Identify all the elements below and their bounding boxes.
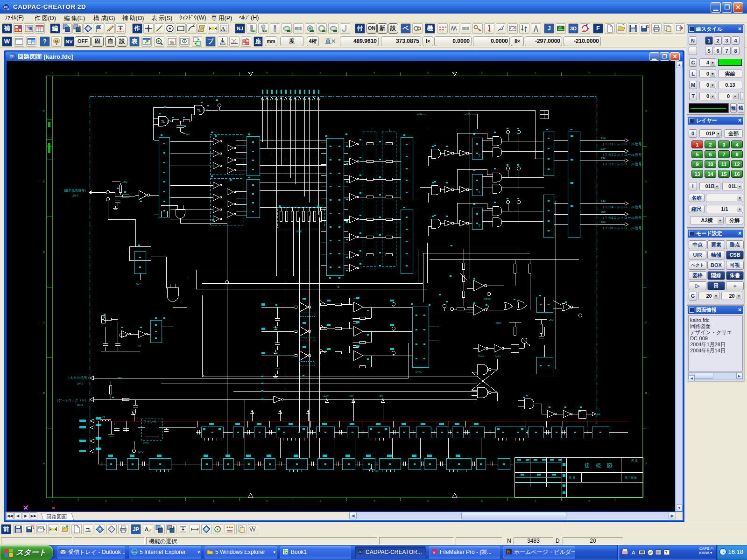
svg-text:CP6: CP6 [374, 470, 379, 473]
svg-text:8: 8 [427, 72, 429, 75]
svg-text:（ＴＲ4コントロール信号）: （ＴＲ4コントロール信号） [601, 205, 645, 209]
svg-text:.A: .A [630, 550, 635, 555]
svg-text:+5V: +5V [549, 319, 554, 322]
svg-text:接 続 図: 接 続 図 [585, 462, 614, 468]
svg-text:7: 7 [374, 500, 375, 503]
svg-text:X: X [285, 551, 288, 555]
svg-text:（ＴＲ6コントロール信号）: （ＴＲ6コントロール信号） [601, 226, 645, 230]
svg-text:（ＴＲ1コントロール信号）: （ＴＲ1コントロール信号） [601, 142, 645, 146]
svg-text:JIS: JIS [252, 30, 255, 33]
svg-text:IC4: IC4 [136, 282, 141, 285]
svg-text:7: 7 [374, 72, 375, 75]
svg-text:4: 4 [212, 500, 214, 503]
svg-text:1: 1 [51, 72, 53, 75]
svg-text:DWG: DWG [38, 527, 44, 530]
svg-text:第三角法: 第三角法 [625, 476, 637, 480]
svg-text:（ＴＲ5コントロール信号）: （ＴＲ5コントロール信号） [601, 216, 645, 220]
svg-text:24#: 24# [601, 200, 606, 203]
svg-text:F: F [645, 110, 647, 112]
svg-text:X1: X1 [138, 345, 142, 348]
svg-text:?: ? [27, 26, 29, 31]
svg-text:A: A [145, 526, 148, 532]
svg-text:IC20: IC20 [416, 371, 422, 374]
svg-text:2: 2 [105, 500, 107, 503]
svg-text:26#: 26# [601, 221, 606, 224]
svg-text:4: 4 [212, 72, 214, 75]
svg-text:+5V: +5V [122, 181, 127, 183]
svg-text:CP12: CP12 [484, 298, 491, 301]
svg-text:F: F [43, 110, 45, 112]
svg-text:D: D [43, 251, 45, 253]
svg-text:フイン付: フイン付 [143, 420, 157, 424]
svg-text:L3: L3 [102, 416, 105, 419]
svg-text:JIS: JIS [558, 26, 562, 29]
svg-text:21#: 21# [601, 137, 606, 140]
svg-text:A: A [221, 25, 226, 32]
svg-text:(至水先装信号): (至水先装信号) [64, 189, 86, 192]
svg-text:2: 2 [588, 500, 590, 503]
svg-text:尺 度: 尺 度 [631, 459, 638, 462]
svg-text:8: 8 [427, 500, 429, 503]
svg-text:2: 2 [105, 72, 107, 75]
svg-text:3: 3 [159, 500, 161, 503]
svg-text:+5V: +5V [349, 394, 354, 397]
svg-text:25#: 25# [601, 210, 606, 213]
svg-text:5: 5 [266, 72, 268, 75]
svg-text:IC21: IC21 [495, 354, 501, 357]
svg-text:IC62: IC62 [143, 442, 149, 445]
svg-text:E: E [43, 180, 45, 183]
svg-text:D: D [645, 251, 648, 253]
svg-text:6: 6 [320, 72, 322, 75]
svg-text:H: H [55, 39, 58, 43]
svg-text:?: ? [665, 550, 668, 555]
svg-text:B: B [645, 392, 647, 394]
svg-text:T: T [478, 224, 480, 228]
svg-text:9: 9 [481, 72, 483, 75]
svg-text:C: C [645, 321, 648, 324]
svg-text:+: + [113, 422, 115, 427]
svg-text:a: a [433, 550, 435, 554]
svg-text:+12V: +12V [465, 113, 471, 116]
svg-text:R30: R30 [496, 322, 501, 324]
svg-text:兄 番: 兄 番 [569, 476, 576, 480]
svg-text:T: T [478, 154, 480, 158]
svg-text:A: A [43, 462, 45, 465]
svg-text:1: 1 [535, 72, 536, 75]
svg-text:3: 3 [159, 72, 161, 75]
svg-text:+5V: +5V [417, 113, 422, 116]
svg-text:（ＴＲ2コントロール信号）: （ＴＲ2コントロール信号） [601, 153, 645, 157]
svg-text:VB: VB [7, 8, 9, 10]
svg-text:2N-0: 2N-0 [72, 194, 79, 197]
svg-text:RM1: RM1 [296, 230, 303, 233]
svg-text:（ＴＲ3コントロール信号）: （ＴＲ3コントロール信号） [601, 162, 645, 166]
svg-text:TL: TL [197, 109, 201, 112]
svg-text:9: 9 [481, 500, 483, 503]
svg-text:1: 1 [51, 500, 53, 503]
svg-text:TL: TL [161, 120, 165, 123]
svg-text:A: A [645, 462, 647, 465]
svg-text:（ＡＶＲ信号）: （ＡＶＲ信号） [66, 376, 91, 380]
svg-text:ユ: ユ [85, 526, 91, 533]
svg-text:3N-0: 3N-0 [77, 382, 84, 385]
svg-text:C: C [43, 321, 45, 324]
svg-text:0V: 0V [186, 133, 190, 136]
svg-text:2: 2 [588, 72, 590, 75]
svg-text:E: E [645, 180, 647, 183]
svg-text:2D: 2D [359, 550, 363, 553]
svg-text:h: h [507, 550, 510, 554]
svg-text:（ゲートロック（Ｈ））: （ゲートロック（Ｈ）） [55, 399, 92, 402]
svg-text:5: 5 [266, 500, 268, 503]
svg-text:8A: 8A [597, 413, 600, 416]
svg-text:1: 1 [535, 500, 536, 503]
svg-text:22#: 22# [601, 147, 606, 150]
svg-text:IC21: IC21 [478, 354, 484, 357]
svg-text:JIS: JIS [264, 30, 267, 33]
svg-text:+5V: +5V [117, 377, 122, 379]
svg-text:6: 6 [320, 500, 322, 503]
svg-text:+12V: +12V [322, 394, 329, 397]
svg-text:CP2: CP2 [138, 450, 144, 453]
svg-text:23#: 23# [601, 157, 606, 160]
svg-text:+5V: +5V [378, 394, 383, 397]
svg-text:B: B [43, 392, 45, 394]
svg-text:T: T [478, 190, 480, 194]
